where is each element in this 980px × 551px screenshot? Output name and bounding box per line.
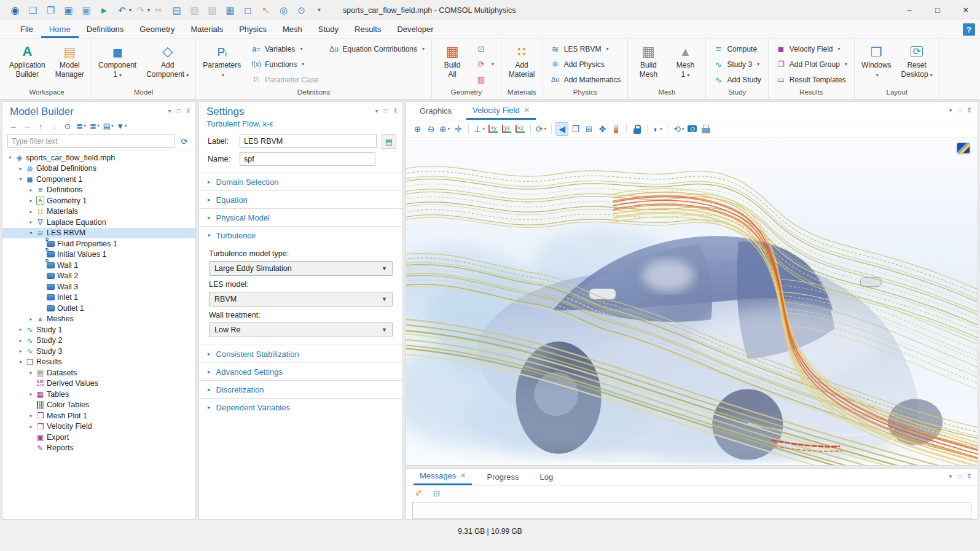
panel-menu-icon[interactable]: ▾: [375, 107, 378, 114]
section-consistent-stabilization[interactable]: ▸Consistent Stabilization: [199, 345, 402, 362]
expand-arrow[interactable]: ▾: [6, 155, 14, 160]
expand-arrow[interactable]: ▸: [17, 338, 25, 343]
menu-definitions[interactable]: Definitions: [79, 20, 132, 38]
back-button[interactable]: ←: [7, 120, 20, 132]
expand-arrow[interactable]: ▸: [17, 348, 25, 354]
tree-item-initial-values-1[interactable]: Initial Values 1: [2, 249, 195, 260]
customize-qat-button[interactable]: ▾: [310, 2, 328, 18]
tree-item-laplace-equation[interactable]: ▸∇Laplace Equation: [2, 217, 195, 228]
save-as-button[interactable]: ▣: [77, 2, 95, 18]
windows-button[interactable]: ❐Windows▾: [857, 40, 896, 87]
color-theme-button[interactable]: ◐▾: [651, 122, 664, 136]
delete-button[interactable]: ▦: [221, 2, 239, 18]
add-study-button[interactable]: ∿Add Study: [708, 72, 765, 87]
import-button[interactable]: ⊡: [471, 41, 498, 57]
graphics-viewport[interactable]: [406, 138, 978, 465]
tree-item-datasets[interactable]: ▸▦Datasets: [2, 367, 195, 378]
show-button[interactable]: ⊙: [61, 120, 74, 132]
wall-treatment-select[interactable]: Low Re▼: [209, 322, 393, 337]
scene-light-button[interactable]: ◀: [555, 122, 568, 136]
tree-item-export[interactable]: ▣Export: [2, 432, 195, 443]
expand-arrow[interactable]: ▾: [17, 176, 25, 182]
close-tab-icon[interactable]: ✕: [524, 106, 530, 114]
section-advanced-settings[interactable]: ▸Advanced Settings: [199, 362, 402, 380]
view-xz-button[interactable]: xz: [514, 122, 527, 136]
tree-item-wall-2[interactable]: Wall 2: [2, 271, 195, 282]
tree-filter-input[interactable]: [7, 135, 174, 148]
messages-list[interactable]: [412, 502, 971, 519]
compute-button[interactable]: =Compute: [708, 41, 765, 57]
tab-messages[interactable]: Messages ✕: [414, 469, 472, 485]
tab-progress[interactable]: Progress: [480, 469, 525, 485]
velocity-field-button[interactable]: ◼Velocity Field▾: [771, 41, 852, 57]
tree-item-study-1[interactable]: ▸∿Study 1: [2, 324, 195, 335]
deselect-button[interactable]: ↖: [257, 2, 275, 18]
model-tree-nodes-button[interactable]: ▤▾: [102, 120, 114, 132]
float-panel-icon[interactable]: □: [958, 107, 962, 114]
redo-button[interactable]: ↷: [131, 2, 149, 18]
tree-item-fluid-properties-1[interactable]: Fluid Properties 1: [2, 238, 195, 249]
expand-arrow[interactable]: ▾: [17, 359, 25, 365]
expand-arrow[interactable]: ▸: [27, 198, 35, 203]
menu-study[interactable]: Study: [310, 20, 347, 38]
pin-panel-icon[interactable]: ⊼: [393, 107, 398, 114]
menu-mesh[interactable]: Mesh: [275, 20, 310, 38]
add-component-button[interactable]: ◇AddComponent▾: [142, 40, 193, 87]
maximize-button[interactable]: □: [923, 0, 952, 20]
save-button[interactable]: ▣: [60, 2, 77, 18]
help-button[interactable]: ?: [963, 23, 975, 36]
rename-button[interactable]: ▤: [382, 134, 396, 149]
undo-button[interactable]: ↶: [113, 2, 131, 18]
open-button[interactable]: ❐: [42, 2, 60, 18]
zoom-in-button[interactable]: ⊕: [411, 122, 424, 136]
add-mathematics-button[interactable]: ΔuAdd Mathematics: [546, 72, 625, 87]
tree-item-tables[interactable]: ▸▦Tables: [2, 389, 195, 400]
tree-item-mesh-plot-1[interactable]: ▸❒Mesh Plot 1: [2, 410, 195, 421]
close-button[interactable]: ✕: [952, 0, 980, 20]
show-axis-button[interactable]: ✥: [596, 122, 609, 136]
tree-item-wall-1[interactable]: Wall 1: [2, 260, 195, 271]
expand-arrow[interactable]: ▾: [27, 230, 35, 236]
zoom-extents-button[interactable]: ✛: [452, 122, 465, 136]
tree-item-reports[interactable]: ✎Reports: [2, 443, 195, 454]
tab-velocity-field[interactable]: Velocity Field ✕: [466, 102, 536, 120]
transparency-button[interactable]: ❒: [569, 122, 582, 136]
lock-view-button[interactable]: [630, 122, 643, 136]
minimize-button[interactable]: –: [895, 0, 923, 20]
parameters-button[interactable]: PᵢParameters▾: [198, 40, 245, 87]
expand-arrow[interactable]: ▸: [27, 209, 35, 214]
color-legend-button[interactable]: [610, 122, 622, 136]
panel-menu-icon[interactable]: ▾: [949, 473, 952, 480]
filter-button[interactable]: ▼▾: [116, 120, 128, 132]
tree-item-derived-values[interactable]: 8.85e-12Derived Values: [2, 378, 195, 389]
tree-item-color-tables[interactable]: Color Tables: [2, 400, 195, 411]
paste-button[interactable]: ▥: [186, 2, 203, 18]
view-yz-button[interactable]: yz: [500, 122, 513, 136]
menu-developer[interactable]: Developer: [389, 20, 441, 38]
section-domain-selection[interactable]: ▸Domain Selection: [199, 173, 402, 190]
float-panel-icon[interactable]: □: [384, 107, 388, 114]
les-rbvm-button[interactable]: ≋LES RBVM▾: [546, 41, 625, 57]
duplicate-button[interactable]: ▧: [203, 2, 221, 18]
tree-item-sports-car-flow-field-mph[interactable]: ▾◈sports_car_flow_field.mph: [2, 152, 195, 163]
tree-item-geometry-1[interactable]: ▸AGeometry 1: [2, 195, 195, 206]
refresh-icon[interactable]: ⟳: [178, 135, 190, 147]
variables-button[interactable]: a=Variables▾: [246, 41, 323, 57]
tree-item-meshes[interactable]: ▸▲Meshes: [2, 314, 195, 325]
float-panel-icon[interactable]: □: [177, 107, 181, 114]
pin-panel-icon[interactable]: ⊼: [967, 473, 971, 480]
select-box-button[interactable]: ◻: [239, 2, 257, 18]
print-button[interactable]: [699, 122, 712, 136]
float-panel-icon[interactable]: □: [958, 473, 962, 480]
model-manager-button[interactable]: ▤ModelManager: [51, 40, 88, 87]
clear-messages-button[interactable]: ✐: [412, 487, 425, 500]
expand-arrow[interactable]: ▸: [27, 391, 35, 397]
view-xy-button[interactable]: xy: [487, 122, 500, 136]
cut-button[interactable]: ✂: [150, 2, 168, 18]
expand-arrow[interactable]: ▸: [17, 327, 25, 332]
section-physical-model[interactable]: ▸Physical Model: [199, 208, 402, 226]
move-up-button[interactable]: ↑: [34, 120, 47, 132]
expand-arrow[interactable]: ▸: [27, 187, 35, 193]
add-plot-group-button[interactable]: ❐Add Plot Group▾: [771, 57, 852, 72]
component-1-button[interactable]: ◼Component1▾: [94, 40, 141, 87]
